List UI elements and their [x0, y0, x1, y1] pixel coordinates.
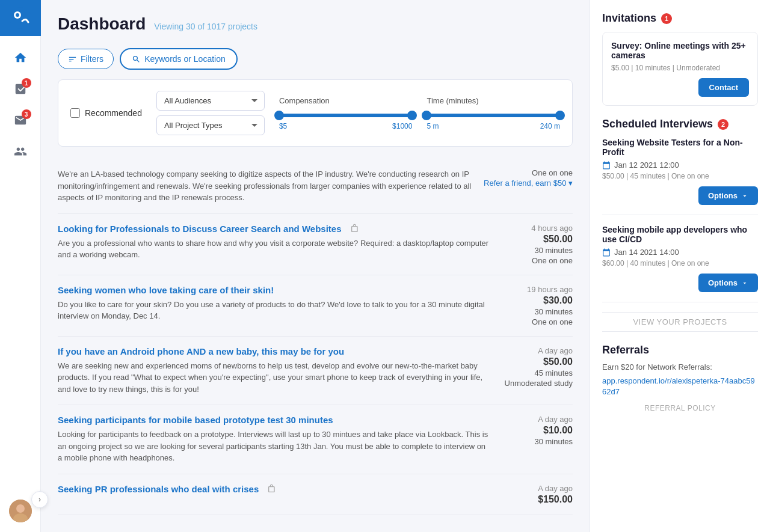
scheduled-badge: 2	[718, 119, 728, 130]
project-item-1: Looking for Professionals to Discuss Car…	[58, 214, 573, 275]
content-area: Dashboard Viewing 30 of 1017 projects Fi…	[41, 0, 770, 532]
compensation-label: Compensation	[279, 96, 413, 105]
view-projects-link[interactable]: VIEW YOUR PROJECTS	[602, 312, 758, 332]
compensation-thumb-left[interactable]	[274, 111, 284, 120]
sched-date-text-0: Jan 12 2021 12:00	[614, 161, 679, 170]
tasks-badge: 1	[22, 78, 31, 88]
sidebar-item-network[interactable]	[7, 138, 34, 165]
inv-meta: $5.00 | 10 minutes | Unmoderated	[611, 64, 749, 72]
project-info: Seeking women who love taking care of th…	[58, 285, 491, 322]
meta-pay: $50.00	[543, 356, 573, 367]
project-title[interactable]: Seeking PR professionals who deal with c…	[58, 484, 491, 494]
scheduled-section: Scheduled Interviews 2 Seeking Website T…	[602, 118, 758, 332]
contact-button[interactable]: Contact	[698, 78, 749, 97]
meta-time: A day ago	[538, 484, 573, 493]
time-max: 240 m	[540, 122, 560, 130]
sched-date-1: Jan 14 2021 14:00	[602, 248, 758, 257]
project-title[interactable]: Looking for Professionals to Discuss Car…	[58, 224, 491, 234]
invitation-card: Survey: Online meetings with 25+ cameras…	[602, 32, 758, 106]
project-info: Seeking PR professionals who deal with c…	[58, 484, 491, 498]
select-group: All Audiences B2B B2C All Project Types …	[156, 91, 265, 135]
project-title[interactable]: If you have an Android phone AND a new b…	[58, 346, 491, 356]
project-meta: A day ago $50.00 45 minutes Unmoderated …	[500, 346, 573, 388]
time-slider-group: Time (minutes) 5 m 240 m	[427, 96, 560, 130]
page-title: Dashboard	[58, 14, 146, 34]
project-meta: A day ago $150.00	[500, 484, 573, 505]
filter-options: Recommended All Audiences B2B B2C All Pr…	[58, 79, 573, 147]
project-item-3: If you have an Android phone AND a new b…	[58, 337, 573, 406]
keywords-label: Keywords or Location	[144, 54, 226, 64]
project-info: If you have an Android phone AND a new b…	[58, 346, 491, 396]
project-title[interactable]: Seeking women who love taking care of th…	[58, 285, 491, 295]
invitations-badge: 1	[661, 13, 672, 24]
user-avatar[interactable]	[9, 500, 32, 522]
sidebar-item-home[interactable]	[7, 44, 34, 71]
meta-duration: 45 minutes	[534, 368, 573, 378]
svg-point-2	[16, 13, 19, 17]
filter-icon	[68, 55, 77, 64]
project-meta: 19 hours ago $30.00 30 minutes One on on…	[500, 285, 573, 326]
project-meta: A day ago $10.00 30 minutes	[500, 415, 573, 446]
comp-min: $5	[279, 122, 287, 130]
time-track	[427, 114, 560, 117]
sidebar-item-messages[interactable]: 3	[7, 107, 34, 133]
referrals-link[interactable]: app.respondent.io/r/alexispeterka-74aabc…	[602, 376, 755, 396]
meta-pay: $10.00	[543, 425, 573, 436]
compensation-track	[279, 114, 413, 117]
time-min: 5 m	[427, 122, 439, 130]
meta-type: One on one	[532, 256, 573, 265]
calendar-icon-0	[602, 161, 611, 170]
compensation-fill	[279, 114, 413, 117]
meta-time: 4 hours ago	[531, 224, 573, 233]
time-label: Time (minutes)	[427, 96, 560, 105]
sched-date-text-1: Jan 14 2021 14:00	[614, 248, 679, 257]
chevron-down-icon-0	[741, 192, 748, 200]
refer-link-0[interactable]: Refer a friend, earn $50 ▾	[484, 179, 573, 188]
projects-panel: Dashboard Viewing 30 of 1017 projects Fi…	[41, 0, 590, 532]
time-thumb-right[interactable]	[555, 111, 565, 120]
sched-title-1: Seeking mobile app developers who use CI…	[602, 225, 758, 244]
project-item-4: Seeking participants for mobile based pr…	[58, 405, 573, 474]
project-meta: 4 hours ago $50.00 30 minutes One on one	[500, 224, 573, 265]
recommended-checkbox-label[interactable]: Recommended	[70, 108, 142, 118]
sidebar: 1 3	[0, 0, 41, 532]
options-button-1[interactable]: Options	[698, 274, 758, 292]
filter-bar: Filters Keywords or Location	[58, 48, 573, 70]
meta-time: 19 hours ago	[527, 285, 573, 294]
main-content: Dashboard Viewing 30 of 1017 projects Fi…	[41, 0, 770, 532]
right-panel: Invitations 1 Survey: Online meetings wi…	[590, 0, 770, 532]
project-item-5: Seeking PR professionals who deal with c…	[58, 474, 573, 515]
project-title[interactable]: Seeking participants for mobile based pr…	[58, 415, 491, 425]
compensation-slider-group: Compensation $5 $1000	[279, 96, 413, 130]
filters-button[interactable]: Filters	[58, 49, 114, 69]
svg-point-4	[16, 504, 25, 513]
options-button-0[interactable]: Options	[698, 186, 758, 205]
meta-duration: 30 minutes	[534, 437, 573, 446]
comp-max: $1000	[392, 122, 412, 130]
project-info-0: We're an LA-based technology company see…	[58, 168, 474, 204]
calendar-icon-1	[602, 248, 611, 257]
meta-duration: 30 minutes	[534, 246, 573, 255]
referral-policy-link[interactable]: REFERRAL POLICY	[602, 404, 758, 412]
time-fill	[427, 114, 560, 117]
sidebar-expand-button[interactable]: ›	[31, 491, 48, 508]
meta-type: One on one	[532, 317, 573, 326]
recommended-checkbox[interactable]	[70, 108, 80, 118]
sidebar-logo[interactable]	[0, 0, 41, 36]
meta-time: A day ago	[538, 415, 573, 424]
project-desc-0: We're an LA-based technology company see…	[58, 168, 474, 204]
compensation-thumb-right[interactable]	[407, 111, 417, 120]
keywords-button[interactable]: Keywords or Location	[120, 48, 238, 70]
project-desc: Are you a professional who wants to shar…	[58, 237, 491, 261]
project-info: Looking for Professionals to Discuss Car…	[58, 224, 491, 261]
meta-pay: $50.00	[543, 234, 573, 245]
project-type-select[interactable]: All Project Types Interview Survey	[156, 115, 265, 135]
sidebar-item-tasks[interactable]: 1	[7, 76, 34, 102]
project-desc: Looking for participants to feedback on …	[58, 429, 491, 464]
chevron-down-icon-1	[741, 280, 748, 287]
time-values: 5 m 240 m	[427, 122, 560, 130]
audience-select[interactable]: All Audiences B2B B2C	[156, 91, 265, 111]
meta-pay: $30.00	[543, 295, 573, 306]
time-thumb-left[interactable]	[422, 111, 431, 120]
project-info: Seeking participants for mobile based pr…	[58, 415, 491, 464]
